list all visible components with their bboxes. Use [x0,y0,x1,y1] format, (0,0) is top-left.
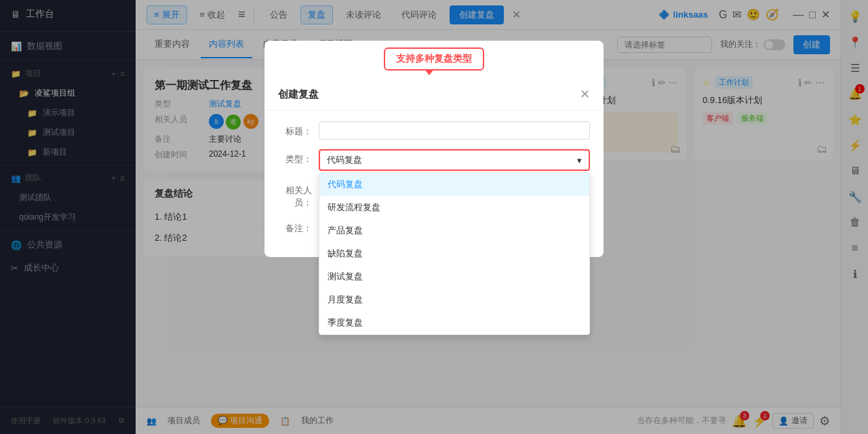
modal-header: 创建复盘 ✕ [264,76,604,111]
type-dropdown-wrapper: 代码复盘 ▾ 代码复盘 研发流程复盘 产品复盘 缺陷复盘 测试复盘 月度复盘 季… [319,149,590,171]
dropdown-item-test[interactable]: 测试复盘 [319,265,589,288]
chevron-down-icon: ▾ [577,155,582,165]
note-form-label: 备注： [278,218,312,235]
form-row-type: 类型： 代码复盘 ▾ 代码复盘 研发流程复盘 产品复盘 缺陷复盘 测试复盘 月度… [278,149,590,171]
callout-container: 支持多种复盘类型 [264,41,604,71]
type-dropdown-menu: 代码复盘 研发流程复盘 产品复盘 缺陷复盘 测试复盘 月度复盘 季度复盘 [319,172,590,335]
modal-title: 创建复盘 [278,88,319,101]
title-input[interactable] [319,121,590,140]
title-label: 标题： [278,121,312,138]
type-dropdown-trigger[interactable]: 代码复盘 ▾ [319,149,590,171]
dropdown-item-monthly[interactable]: 月度复盘 [319,288,589,311]
modal-close-btn[interactable]: ✕ [580,87,590,102]
dropdown-item-defect[interactable]: 缺陷复盘 [319,242,589,265]
form-row-title: 标题： [278,121,590,140]
dropdown-item-rd[interactable]: 研发流程复盘 [319,196,589,219]
related-form-label: 相关人员： [278,180,312,209]
modal-body: 标题： 类型： 代码复盘 ▾ 代码复盘 研发流程复盘 产品复盘 缺陷复盘 [264,111,604,257]
callout-box: 支持多种复盘类型 [384,47,484,71]
selected-type-text: 代码复盘 [327,154,362,166]
modal-overlay: 支持多种复盘类型 创建复盘 ✕ 标题： 类型： 代码复盘 ▾ [0,0,868,434]
callout-arrow [425,69,434,75]
callout-text: 支持多种复盘类型 [396,53,472,64]
dropdown-item-product[interactable]: 产品复盘 [319,219,589,242]
dropdown-item-code[interactable]: 代码复盘 [319,173,589,196]
type-form-label: 类型： [278,149,312,165]
dropdown-item-quarterly[interactable]: 季度复盘 [319,311,589,334]
create-review-modal: 支持多种复盘类型 创建复盘 ✕ 标题： 类型： 代码复盘 ▾ [264,41,604,257]
